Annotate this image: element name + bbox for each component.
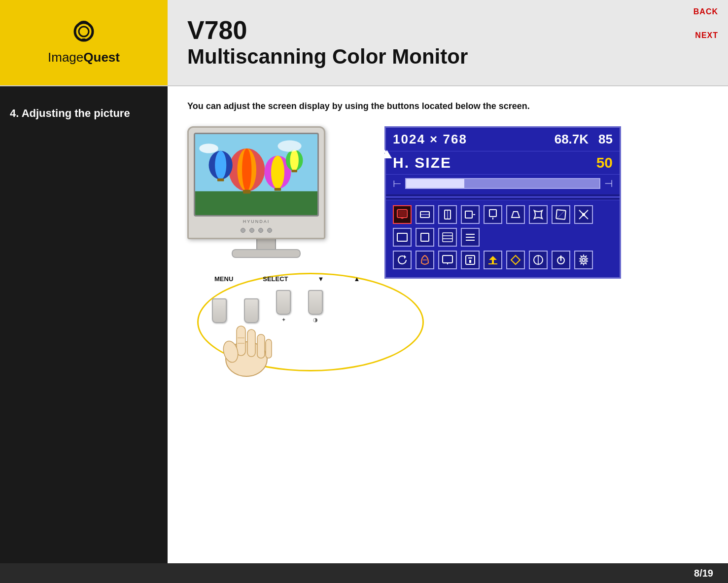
osd-icon-hsize xyxy=(416,205,434,224)
svg-rect-2 xyxy=(82,38,86,40)
osd-icon-lines xyxy=(461,228,480,247)
svg-marker-61 xyxy=(489,256,497,264)
monitor-buttons-row xyxy=(194,228,319,233)
up-button-body xyxy=(308,290,323,315)
monitor-btn-3 xyxy=(258,228,263,233)
osd-icons-section xyxy=(386,200,620,277)
svg-rect-37 xyxy=(489,210,496,217)
svg-point-19 xyxy=(277,141,301,152)
svg-point-1 xyxy=(79,27,89,36)
osd-icon-arrow xyxy=(484,251,502,269)
monitor-body: HYUNDAI xyxy=(187,126,325,239)
monitor-btn-1 xyxy=(241,228,245,233)
content-area: You can adjust the screen display by usi… xyxy=(168,86,728,563)
title-area: V780 Multiscanning Color Monitor BACK NE… xyxy=(168,0,728,85)
product-type: Multiscanning Color Monitor xyxy=(187,44,728,69)
svg-point-7 xyxy=(242,148,251,191)
osd-bar-row: ⊢ ⊣ xyxy=(386,174,620,194)
osd-icon-rect2 xyxy=(416,228,434,247)
osd-icon-rect1 xyxy=(393,228,412,247)
up-button[interactable]: ◑ xyxy=(308,290,323,323)
svg-rect-47 xyxy=(443,233,452,242)
svg-point-68 xyxy=(582,258,585,261)
osd-icon-rotation xyxy=(552,205,570,224)
monitor-stand-neck xyxy=(256,239,276,249)
osd-icon-settings xyxy=(574,251,593,269)
monitor-screen-image xyxy=(195,134,317,215)
svg-point-16 xyxy=(290,150,298,171)
osd-resolution: 1024 × 768 xyxy=(393,132,467,147)
main-content: 4. Adjusting the picture You can adjust … xyxy=(0,86,728,563)
logo-icon xyxy=(64,21,104,48)
osd-bar-fill xyxy=(406,179,464,188)
osd-hsize-label: H. SIZE xyxy=(393,154,451,171)
nav-buttons: BACK NEXT xyxy=(693,7,718,40)
svg-point-10 xyxy=(215,151,226,180)
monitor-stand-base xyxy=(232,249,301,258)
osd-icon-circle xyxy=(529,251,548,269)
svg-rect-45 xyxy=(397,233,407,241)
curved-arrow-icon xyxy=(350,141,394,190)
svg-marker-53 xyxy=(404,255,406,259)
osd-icons-row3 xyxy=(393,251,613,269)
osd-frequency: 68.7K xyxy=(555,132,589,147)
back-button[interactable]: BACK xyxy=(693,7,718,16)
down-label: ▼ xyxy=(318,275,324,283)
monitor-wrapper: HYUNDAI MENU SELECT ▼ xyxy=(187,126,345,406)
osd-icon-color xyxy=(416,251,434,269)
buttons-area: MENU SELECT ▼ ▲ ✦ xyxy=(187,268,345,406)
product-model: V780 xyxy=(187,16,728,44)
osd-icon-hpos xyxy=(461,205,480,224)
osd-refresh-rate: 85 xyxy=(598,132,613,147)
osd-icons-row2 xyxy=(393,228,613,247)
section-title: 4. Adjusting the picture xyxy=(10,106,158,121)
osd-panel: 1024 × 768 68.7K 85 H. SIZE 50 ⊢ ⊣ xyxy=(384,126,621,279)
button-labels-row: MENU SELECT ▼ ▲ xyxy=(214,275,360,283)
hand-cursor xyxy=(217,302,276,381)
bar-right-icon: ⊣ xyxy=(604,178,613,189)
osd-icon-power xyxy=(552,251,570,269)
osd-icon-monitor2 xyxy=(438,251,457,269)
osd-icon-screen xyxy=(393,205,412,224)
osd-icon-vsize xyxy=(438,205,457,224)
svg-point-44 xyxy=(582,213,585,216)
svg-rect-24 xyxy=(266,339,272,358)
osd-progress-bar xyxy=(405,178,600,189)
osd-icon-info xyxy=(461,251,480,269)
page-number: 8/19 xyxy=(694,568,713,579)
osd-icon-diamond xyxy=(506,251,525,269)
menu-label: MENU xyxy=(214,275,233,283)
monitor-btn-4 xyxy=(267,228,272,233)
arrow-container xyxy=(345,126,384,156)
contrast-icon: ◑ xyxy=(313,317,318,323)
illustration-area: HYUNDAI MENU SELECT ▼ xyxy=(187,126,708,406)
down-button[interactable]: ✦ xyxy=(276,290,291,323)
sun-icon: ✦ xyxy=(281,317,286,323)
osd-icon-trapezoid xyxy=(506,205,525,224)
svg-rect-14 xyxy=(275,188,281,191)
svg-rect-35 xyxy=(465,211,472,218)
svg-rect-11 xyxy=(217,179,224,182)
svg-rect-60 xyxy=(469,260,471,263)
next-button[interactable]: NEXT xyxy=(695,31,718,40)
svg-rect-30 xyxy=(398,211,406,217)
osd-hsize-value: 50 xyxy=(596,154,613,171)
osd-icon-pincushion xyxy=(529,205,548,224)
svg-rect-17 xyxy=(291,170,297,172)
svg-marker-39 xyxy=(512,212,520,218)
up-label: ▲ xyxy=(353,275,360,283)
svg-rect-8 xyxy=(243,190,250,194)
osd-header-row: 1024 × 768 68.7K 85 xyxy=(386,128,620,151)
svg-rect-22 xyxy=(247,329,255,357)
header: ImageQuest V780 Multiscanning Color Moni… xyxy=(0,0,728,86)
osd-icon-refresh-rate xyxy=(393,251,412,269)
svg-point-13 xyxy=(271,155,284,189)
svg-marker-63 xyxy=(511,255,520,264)
footer: 8/19 xyxy=(0,563,728,583)
svg-rect-23 xyxy=(257,334,265,358)
down-button-body xyxy=(276,290,291,315)
monitor-screen xyxy=(194,133,319,217)
osd-icons-row1 xyxy=(393,205,613,224)
svg-rect-55 xyxy=(443,255,452,263)
osd-icon-convergence xyxy=(574,205,593,224)
